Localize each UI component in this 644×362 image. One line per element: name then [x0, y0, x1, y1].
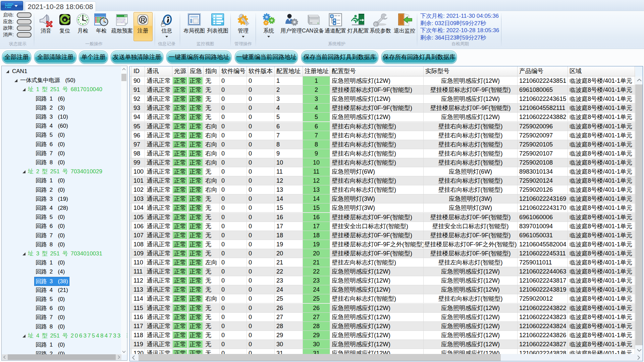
svg-text:R: R: [141, 16, 145, 23]
